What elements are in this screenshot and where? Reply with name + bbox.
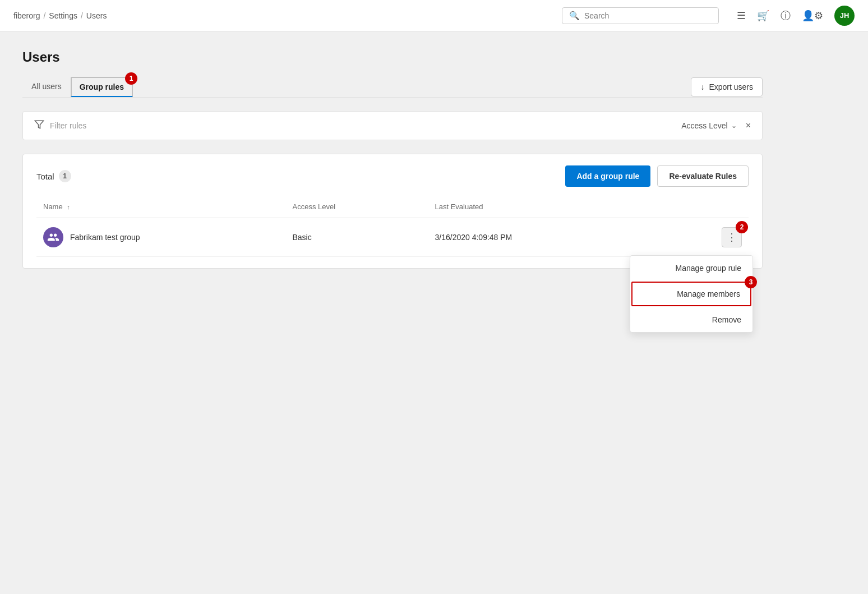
breadcrumb-sep1: /: [43, 11, 45, 20]
context-menu: Manage group rule Manage members 3 Remov…: [630, 255, 753, 333]
breadcrumb-settings[interactable]: Settings: [49, 11, 77, 20]
filter-placeholder[interactable]: Filter rules: [50, 121, 681, 130]
manage-members-option[interactable]: Manage members 3: [631, 282, 751, 306]
row-last-evaluated: 3/16/2020 4:09:48 PM: [428, 218, 678, 257]
step-badge-2: 2: [736, 221, 748, 233]
list-icon[interactable]: ☰: [737, 10, 746, 22]
tab-all-users[interactable]: All users: [22, 76, 71, 98]
breadcrumb-page[interactable]: Users: [86, 11, 107, 20]
search-icon: 🔍: [569, 11, 580, 21]
table-row: Fabrikam test group Basic 3/16/2020 4:09…: [36, 218, 749, 257]
sort-icon: ↑: [67, 204, 70, 210]
reevaluate-rules-button[interactable]: Re-evaluate Rules: [657, 165, 749, 187]
group-avatar: [43, 227, 63, 247]
col-header-name: Name ↑: [36, 198, 286, 218]
row-actions-menu-button[interactable]: ⋮ 2: [722, 227, 742, 247]
row-actions-cell: ⋮ 2 Manage group rule Manage members 3: [677, 218, 749, 257]
group-rules-table: Name ↑ Access Level Last Evaluated: [36, 198, 749, 257]
topbar-icons: ☰ 🛒 ⓘ 👤⚙ JH: [737, 6, 855, 26]
add-group-rule-button[interactable]: Add a group rule: [565, 165, 650, 187]
search-bar[interactable]: 🔍: [562, 7, 719, 24]
filter-access-level[interactable]: Access Level ⌄: [681, 121, 736, 130]
table-card: Total 1 Add a group rule Re-evaluate Rul…: [22, 154, 763, 269]
svg-marker-0: [35, 121, 44, 128]
avatar[interactable]: JH: [834, 6, 855, 26]
total-count-badge: 1: [59, 170, 71, 182]
search-input[interactable]: [584, 11, 712, 20]
col-header-last-evaluated: Last Evaluated: [428, 198, 678, 218]
manage-group-rule-option[interactable]: Manage group rule: [630, 256, 752, 280]
filter-close-button[interactable]: ×: [746, 121, 751, 131]
topbar: fiberorg / Settings / Users 🔍 ☰ 🛒 ⓘ 👤⚙ J…: [0, 0, 868, 31]
settings-user-icon[interactable]: 👤⚙: [802, 10, 823, 22]
download-icon: ↓: [700, 82, 704, 91]
row-group-name: Fabrikam test group: [70, 233, 140, 242]
breadcrumb-org[interactable]: fiberorg: [13, 11, 40, 20]
total-label: Total 1: [36, 170, 71, 182]
col-header-access-level: Access Level: [286, 198, 428, 218]
chevron-down-icon: ⌄: [731, 122, 737, 130]
export-users-button[interactable]: ↓ Export users: [691, 77, 763, 96]
breadcrumb-sep2: /: [81, 11, 83, 20]
filter-bar: Filter rules Access Level ⌄ ×: [22, 111, 763, 140]
tabs-row: All users Group rules 1 ↓ Export users: [22, 76, 763, 98]
table-header-row: Total 1 Add a group rule Re-evaluate Rul…: [36, 165, 749, 187]
remove-option[interactable]: Remove: [630, 307, 752, 332]
table-actions: Add a group rule Re-evaluate Rules: [565, 165, 749, 187]
step-badge-3: 3: [745, 276, 757, 288]
col-header-actions: [677, 198, 749, 218]
main-content: Users All users Group rules 1 ↓ Export u…: [0, 31, 785, 287]
page-title: Users: [22, 49, 763, 65]
help-icon[interactable]: ⓘ: [781, 9, 791, 22]
tab-group-rules[interactable]: Group rules 1: [71, 77, 133, 97]
row-name-cell: Fabrikam test group: [36, 218, 286, 257]
filter-icon: [34, 119, 44, 132]
breadcrumb: fiberorg / Settings / Users: [13, 11, 107, 20]
row-access-level: Basic: [286, 218, 428, 257]
bag-icon[interactable]: 🛒: [757, 10, 769, 22]
tab-badge-1: 1: [125, 72, 137, 85]
